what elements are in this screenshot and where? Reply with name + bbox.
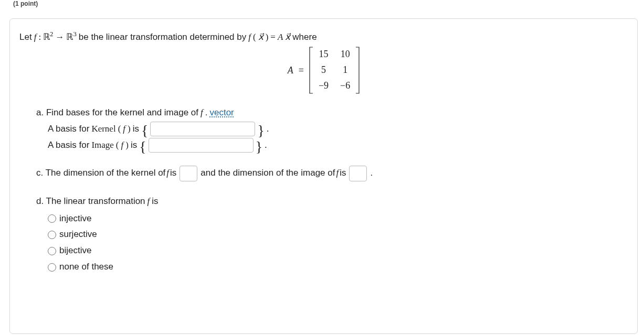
problem-container: Let f : ℝ2 → ℝ3 be the linear transforma… — [9, 18, 638, 334]
part-d: d. The linear transformation f is inject… — [36, 194, 628, 275]
radio-row-injective: injective — [48, 211, 628, 226]
intro-fx-open: ( — [253, 32, 256, 42]
image-period: . — [265, 138, 267, 153]
kernel-basis-input[interactable] — [150, 122, 255, 136]
intro-prefix: Let — [19, 32, 32, 42]
part-a-f: f — [200, 105, 203, 121]
image-close: ) — [125, 138, 129, 153]
intro-R-codom: ℝ3 — [66, 31, 76, 42]
kernel-close: ) — [128, 122, 131, 137]
matrix-display: A = 15 10 5 1 −9 −6 — [19, 47, 628, 94]
intro-A: A — [278, 32, 283, 42]
intro-arrow: → — [55, 32, 64, 42]
intro-mid: be the linear transformation determined … — [79, 32, 246, 42]
image-is: is — [131, 138, 137, 153]
intro-colon: : — [38, 32, 41, 42]
radio-label-injective: injective — [59, 211, 91, 226]
part-c: c. The dimension of the kernel of f is a… — [36, 166, 628, 181]
part-d-label: d. The linear transformation — [36, 194, 145, 209]
problem-intro: Let f : ℝ2 → ℝ3 be the linear transforma… — [19, 31, 628, 42]
intro-xvec: x⃗ — [285, 31, 290, 42]
points-label: (1 point) — [13, 0, 38, 7]
kernel-f: f — [123, 122, 125, 137]
matrix-cell-2-0: −9 — [319, 80, 329, 92]
matrix-cell-1-1: 1 — [340, 64, 350, 76]
image-pre: A basis for — [48, 138, 89, 153]
left-bracket-icon — [309, 47, 313, 94]
matrix-cell-0-1: 10 — [340, 49, 350, 60]
part-c-end: is — [340, 166, 346, 181]
radio-none[interactable] — [48, 263, 56, 272]
radio-surjective[interactable] — [48, 231, 56, 239]
image-fn: Image — [91, 138, 113, 153]
right-bracket-icon — [355, 47, 360, 94]
part-c-period: . — [370, 166, 373, 181]
matrix-A: A — [288, 65, 293, 76]
radio-row-none: none of these — [48, 260, 628, 275]
intro-eq: = — [270, 32, 276, 42]
kernel-fn: Kernel — [91, 122, 115, 137]
part-d-is: is — [152, 194, 158, 209]
kernel-pre: A basis for — [48, 122, 89, 137]
radio-label-surjective: surjective — [59, 227, 97, 242]
matrix-cell-0-0: 15 — [319, 49, 329, 60]
image-basis-line: A basis for Image(f) is { }. — [48, 138, 628, 153]
intro-fx-x: x⃗ — [258, 31, 263, 42]
matrix-cell-1-0: 5 — [319, 64, 329, 76]
intro-f: f — [34, 32, 37, 42]
radio-row-surjective: surjective — [48, 227, 628, 242]
intro-R-dom: ℝ2 — [43, 31, 53, 42]
matrix-cell-2-1: −6 — [340, 80, 350, 92]
kernel-open: ( — [118, 122, 121, 137]
image-dim-input[interactable] — [349, 166, 367, 181]
radio-label-none: none of these — [59, 260, 113, 275]
part-c-pre: c. The dimension of the kernel of — [36, 166, 165, 181]
part-a-period: . — [205, 105, 208, 121]
intro-fx-close: ) — [266, 32, 269, 42]
kernel-is: is — [133, 122, 139, 137]
radio-injective[interactable] — [48, 214, 56, 223]
part-a: a. Find bases for the kernel and image o… — [36, 105, 628, 153]
radio-bijective[interactable] — [48, 247, 56, 255]
part-c-mid2: and the dimension of the image of — [200, 166, 335, 181]
image-basis-input[interactable] — [149, 138, 254, 153]
kernel-period: . — [267, 122, 269, 137]
radio-row-bijective: bijective — [48, 243, 628, 258]
part-a-label: a. Find bases for the kernel and image o… — [36, 105, 198, 121]
part-c-mid: is — [170, 166, 176, 181]
kernel-basis-line: A basis for Kernel(f) is { }. — [48, 122, 628, 137]
part-c-f: f — [166, 166, 169, 181]
radio-label-bijective: bijective — [59, 243, 91, 258]
kernel-dim-input[interactable] — [180, 166, 197, 181]
vector-help-link[interactable]: vector — [209, 105, 234, 121]
part-c-f2: f — [336, 166, 339, 181]
image-open: ( — [116, 138, 119, 153]
matrix-body: 15 10 5 1 −9 −6 — [309, 47, 360, 94]
part-d-f: f — [147, 194, 150, 209]
intro-suffix: where — [292, 32, 316, 42]
intro-fx-f: f — [248, 32, 251, 42]
matrix-eq: = — [299, 65, 304, 76]
radio-group: injective surjective bijective none of t… — [48, 211, 628, 275]
image-f: f — [121, 138, 124, 153]
